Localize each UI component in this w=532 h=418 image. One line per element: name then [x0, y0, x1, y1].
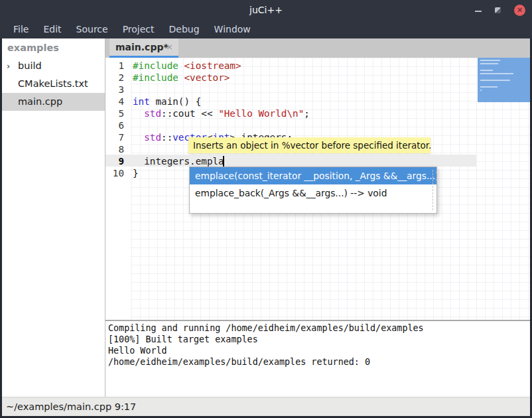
- code-line[interactable]: 6: [105, 119, 530, 131]
- minimap-line: [480, 63, 498, 64]
- code-line[interactable]: 9 integers.empla: [105, 155, 530, 167]
- code-line-text: [130, 84, 133, 95]
- code-line-text: [130, 120, 133, 131]
- code-line-text: #include <vector>: [130, 72, 230, 83]
- terminal-line: Hello World: [108, 345, 530, 356]
- completion-item[interactable]: emplace_back(_Args &&__args...) --> void: [190, 184, 436, 202]
- menu-item-source[interactable]: Source: [69, 20, 115, 38]
- code-line-text: int main() {: [130, 96, 201, 107]
- tab-main-cpp[interactable]: main.cpp* ×: [109, 38, 178, 58]
- line-number: 3: [105, 84, 130, 96]
- line-number: 4: [105, 96, 130, 107]
- code-line-text: [130, 144, 133, 155]
- doc-tooltip: Inserts an object in %vector before spec…: [188, 137, 431, 153]
- status-bar: ~/examples/main.cpp 9:17: [2, 397, 530, 416]
- terminal-output[interactable]: Compiling and running /home/eidheim/exam…: [105, 321, 530, 397]
- window-controls: ✕: [475, 0, 525, 20]
- completion-scrollbar[interactable]: [432, 170, 433, 210]
- terminal-line: /home/eidheim/examples/build/examples re…: [108, 356, 530, 368]
- code-line[interactable]: 1#include <iostream>: [105, 60, 530, 72]
- code-line-text: #include <iostream>: [130, 60, 241, 71]
- file-tree: ›buildCMakeLists.txtmain.cpp: [2, 57, 105, 111]
- line-number: 5: [105, 107, 130, 119]
- minimap-line: [480, 86, 498, 88]
- line-number: 9: [105, 155, 130, 167]
- menu-item-edit[interactable]: Edit: [36, 20, 68, 38]
- sidebar-item-label: build: [18, 60, 42, 71]
- project-folder-label: examples: [2, 38, 105, 57]
- close-icon[interactable]: ✕: [514, 5, 525, 16]
- code-line-text: }: [130, 168, 139, 178]
- code-line-text: integers.empla: [130, 156, 224, 167]
- app-window: juCi++ ✕ FileEditSourceProjectDebugWindo…: [0, 0, 532, 418]
- sidebar-item-label: CMakeLists.txt: [18, 78, 88, 89]
- tab-close-icon[interactable]: ×: [166, 38, 173, 56]
- minimap-line: [480, 90, 482, 91]
- minimap-line: [480, 70, 493, 71]
- code-text[interactable]: 1#include <iostream>2#include <vector>34…: [105, 60, 530, 179]
- minimap-line: [480, 80, 510, 81]
- line-number: 2: [105, 72, 130, 84]
- title-bar[interactable]: juCi++ ✕: [0, 0, 532, 20]
- chevron-right-icon[interactable]: ›: [7, 57, 10, 75]
- line-number: 6: [105, 119, 130, 131]
- sidebar-item-cmakelists-txt[interactable]: CMakeLists.txt: [2, 75, 105, 93]
- line-number: 10: [105, 167, 130, 179]
- status-file-position: ~/examples/main.cpp 9:17: [2, 397, 530, 416]
- terminal-line: [100%] Built target examples: [108, 334, 530, 345]
- tab-bar: main.cpp* ×: [105, 38, 530, 58]
- line-number: 1: [105, 60, 130, 72]
- completion-list: emplace(const_iterator __position, _Args…: [190, 167, 436, 202]
- menu-item-debug[interactable]: Debug: [162, 20, 207, 38]
- content-area: examples ›buildCMakeLists.txtmain.cpp ma…: [2, 38, 530, 416]
- code-line[interactable]: 3: [105, 84, 530, 96]
- window-title: juCi++: [0, 0, 532, 20]
- restore-icon[interactable]: [495, 7, 501, 13]
- line-number: 8: [105, 143, 130, 155]
- code-line-text: std::cout << "Hello World\n";: [130, 108, 310, 119]
- text-cursor: [223, 156, 224, 167]
- sidebar-item-main-cpp[interactable]: main.cpp: [2, 93, 105, 111]
- menu-bar: FileEditSourceProjectDebugWindow: [0, 20, 532, 38]
- menu-item-window[interactable]: Window: [207, 20, 258, 38]
- sidebar-item-build[interactable]: ›build: [2, 57, 105, 75]
- completion-item[interactable]: emplace(const_iterator __position, _Args…: [190, 167, 436, 184]
- completion-popup: emplace(const_iterator __position, _Args…: [189, 167, 437, 214]
- code-line[interactable]: 2#include <vector>: [105, 72, 530, 84]
- file-tree-sidebar: examples ›buildCMakeLists.txtmain.cpp: [2, 38, 105, 397]
- main-pane: main.cpp* × 1#include <iostream>2#includ…: [105, 38, 530, 397]
- minimize-icon[interactable]: [475, 11, 482, 12]
- sidebar-item-label: main.cpp: [18, 96, 62, 107]
- code-line[interactable]: 4int main() {: [105, 96, 530, 107]
- code-editor[interactable]: 1#include <iostream>2#include <vector>34…: [105, 58, 530, 320]
- terminal-line: Compiling and running /home/eidheim/exam…: [108, 322, 530, 334]
- menu-item-file[interactable]: File: [6, 20, 36, 38]
- menu-item-project[interactable]: Project: [115, 20, 162, 38]
- minimap-line: [480, 60, 500, 61]
- code-line[interactable]: 5 std::cout << "Hello World\n";: [105, 107, 530, 119]
- line-number: 7: [105, 131, 130, 143]
- minimap-overview[interactable]: [478, 58, 530, 102]
- tab-label: main.cpp*: [109, 38, 168, 56]
- minimap-line: [480, 73, 513, 74]
